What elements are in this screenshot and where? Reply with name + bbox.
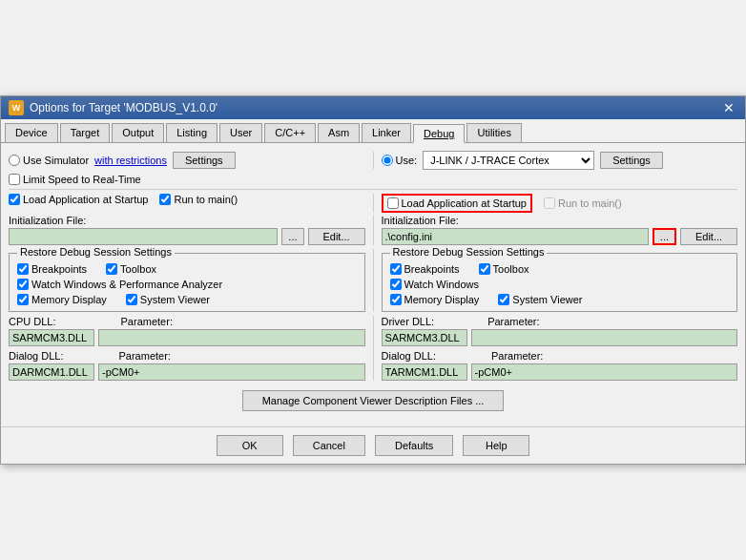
jlink-select[interactable]: J-LINK / J-TRACE Cortex (423, 151, 594, 170)
watch-windows-left-checkbox[interactable] (17, 279, 29, 290)
breakpoints-right-text: Breakpoints (404, 263, 460, 275)
tab-utilities[interactable]: Utilities (466, 123, 521, 142)
driver-dll-input[interactable] (382, 329, 467, 346)
breakpoints-right-label[interactable]: Breakpoints (390, 263, 460, 275)
load-app-right-checkbox[interactable] (387, 197, 399, 209)
driver-dll-label: Driver DLL: (382, 316, 435, 327)
tab-cpp[interactable]: C/C++ (264, 123, 316, 142)
init-ellipsis-left-btn[interactable]: ... (281, 228, 303, 245)
init-ellipsis-right-btn[interactable]: ... (653, 228, 676, 245)
driver-param-input[interactable] (471, 329, 738, 346)
load-app-left-label[interactable]: Load Application at Startup (9, 194, 148, 205)
ok-btn[interactable]: OK (217, 435, 283, 456)
toolbox-right-label[interactable]: Toolbox (479, 263, 529, 275)
watch-windows-left-label[interactable]: Watch Windows & Performance Analyzer (17, 279, 222, 290)
simulator-radio[interactable] (9, 155, 20, 166)
memory-display-left-label[interactable]: Memory Display (17, 294, 107, 305)
help-btn[interactable]: Help (463, 435, 529, 456)
dialog-param-right-label: Parameter: (491, 350, 543, 362)
system-viewer-left-text: System Viewer (140, 294, 210, 305)
init-edit-left-btn[interactable]: Edit... (308, 228, 365, 245)
restore-group-right-title: Restore Debug Session Settings (390, 246, 548, 258)
tab-linker[interactable]: Linker (362, 123, 411, 142)
limit-speed-label[interactable]: Limit Speed to Real-Time (9, 174, 369, 185)
restore-group-left-title: Restore Debug Session Settings (17, 246, 175, 258)
init-file-left-input[interactable] (9, 228, 278, 245)
tab-asm[interactable]: Asm (318, 123, 360, 142)
init-file-right-input[interactable] (382, 228, 649, 245)
tab-output[interactable]: Output (112, 123, 164, 142)
load-app-left-checkbox[interactable] (9, 194, 20, 205)
restore-group-left: Restore Debug Session Settings Breakpoin… (9, 253, 365, 312)
toolbox-right-text: Toolbox (493, 263, 529, 275)
app-icon: W (9, 100, 24, 115)
cpu-param-input[interactable] (98, 329, 365, 346)
restore-group-right: Restore Debug Session Settings Breakpoin… (382, 253, 738, 312)
dialog-param-left-input[interactable] (98, 363, 365, 381)
watch-windows-right-text: Watch Windows (404, 279, 479, 290)
run-to-main-left-checkbox[interactable] (159, 194, 171, 205)
breakpoints-left-text: Breakpoints (31, 263, 87, 275)
init-file-right-label: Initialization File: (382, 215, 738, 226)
driver-param-label: Parameter: (487, 316, 539, 327)
use-label: Use: (396, 155, 418, 166)
cancel-btn[interactable]: Cancel (293, 435, 365, 456)
tab-debug[interactable]: Debug (413, 124, 465, 143)
main-content: Use Simulator with restrictions Settings… (1, 143, 745, 426)
dialog-dll-right-input[interactable] (382, 363, 467, 381)
tab-device[interactable]: Device (5, 123, 58, 142)
limit-speed-checkbox[interactable] (9, 174, 20, 185)
footer: OK Cancel Defaults Help (1, 426, 745, 464)
cpu-param-label: Parameter: (121, 316, 173, 327)
system-viewer-left-label[interactable]: System Viewer (126, 294, 210, 305)
main-window: W Options for Target 'MODBUS_V1.0.0' ✕ D… (0, 95, 746, 465)
defaults-btn[interactable]: Defaults (375, 435, 453, 456)
system-viewer-right-label[interactable]: System Viewer (498, 294, 582, 305)
dialog-dll-left-input[interactable] (9, 363, 94, 381)
toolbox-left-text: Toolbox (120, 263, 156, 275)
window-title: Options for Target 'MODBUS_V1.0.0' (30, 101, 218, 114)
manage-component-btn[interactable]: Manage Component Viewer Description File… (242, 390, 505, 411)
run-to-main-right-text: Run to main() (558, 197, 622, 209)
run-to-main-left-text: Run to main() (174, 194, 238, 205)
dialog-param-right-input[interactable] (471, 363, 738, 381)
run-to-main-left-label[interactable]: Run to main() (159, 194, 238, 205)
dialog-dll-right-label: Dialog DLL: (382, 350, 436, 362)
tab-listing[interactable]: Listing (166, 123, 218, 142)
load-app-right-label[interactable]: Load Application at Startup (387, 197, 527, 209)
with-restrictions-link[interactable]: with restrictions (94, 155, 167, 166)
watch-windows-right-checkbox[interactable] (390, 279, 402, 290)
use-settings-btn[interactable]: Settings (600, 152, 663, 169)
simulator-label: Use Simulator (23, 155, 89, 166)
tab-user[interactable]: User (219, 123, 262, 142)
init-edit-right-btn[interactable]: Edit... (680, 228, 737, 245)
load-app-right-highlight: Load Application at Startup (382, 194, 532, 213)
memory-display-right-label[interactable]: Memory Display (390, 294, 480, 305)
use-radio-label[interactable]: Use: (382, 155, 418, 166)
toolbox-left-checkbox[interactable] (106, 263, 117, 275)
memory-display-left-checkbox[interactable] (17, 294, 29, 305)
breakpoints-right-checkbox[interactable] (390, 263, 402, 275)
breakpoints-left-label[interactable]: Breakpoints (17, 263, 87, 275)
toolbox-left-label[interactable]: Toolbox (106, 263, 156, 275)
breakpoints-left-checkbox[interactable] (17, 263, 29, 275)
load-app-right-text: Load Application at Startup (402, 197, 527, 209)
memory-display-left-text: Memory Display (31, 294, 107, 305)
run-to-main-right-checkbox (544, 197, 555, 209)
dialog-param-left-label: Parameter: (118, 350, 170, 362)
toolbox-right-checkbox[interactable] (479, 263, 490, 275)
system-viewer-left-checkbox[interactable] (126, 294, 137, 305)
watch-windows-right-label[interactable]: Watch Windows (390, 279, 479, 290)
cpu-dll-input[interactable] (9, 329, 94, 346)
dialog-dll-left-label: Dialog DLL: (9, 350, 63, 362)
tab-target[interactable]: Target (60, 123, 111, 142)
init-file-left-label: Initialization File: (9, 215, 365, 226)
simulator-radio-label[interactable]: Use Simulator (9, 155, 89, 166)
title-bar: W Options for Target 'MODBUS_V1.0.0' ✕ (1, 96, 745, 119)
simulator-settings-btn[interactable]: Settings (173, 152, 236, 169)
close-icon[interactable]: ✕ (720, 100, 737, 115)
memory-display-right-checkbox[interactable] (390, 294, 402, 305)
system-viewer-right-checkbox[interactable] (498, 294, 509, 305)
run-to-main-right-label[interactable]: Run to main() (544, 197, 622, 209)
use-radio[interactable] (382, 155, 393, 166)
